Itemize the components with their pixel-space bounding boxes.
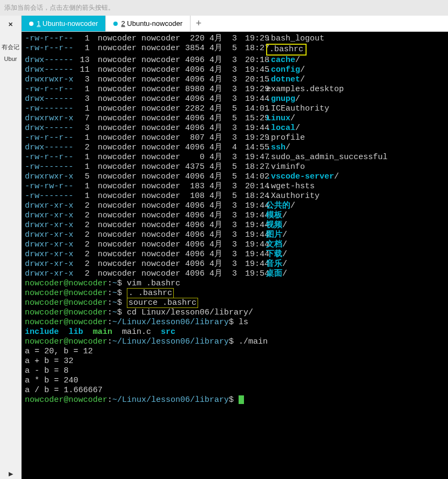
hint-bar: 添加当前会话，点击左侧的箭头按钮。 [0, 0, 448, 16]
status-dot-icon [29, 22, 33, 26]
tab-1[interactable]: 1 Ubuntu-nowcoder [22, 16, 106, 31]
status-dot-icon [113, 22, 118, 26]
tab-bar: 1 Ubuntu-nowcoder 2 Ubuntu-nowcoder + [22, 16, 448, 32]
sidebar-item-2[interactable]: Ubur [0, 53, 21, 64]
expand-icon[interactable]: ▶ [0, 468, 21, 479]
tab-2[interactable]: 2 Ubuntu-nowcoder [106, 16, 190, 31]
tab-label: 1 Ubuntu-nowcoder [37, 19, 98, 28]
tab-label: 2 Ubuntu-nowcoder [121, 19, 182, 28]
close-icon[interactable]: ✕ [0, 19, 21, 30]
add-tab-button[interactable]: + [191, 16, 207, 31]
sidebar: ✕ 有会记 Ubur ▶ [0, 16, 22, 479]
terminal[interactable]: -rw-r--r--1 nowcoder nowcoder220 4月3 19:… [22, 32, 448, 479]
sidebar-item-1[interactable]: 有会记 [0, 41, 21, 53]
